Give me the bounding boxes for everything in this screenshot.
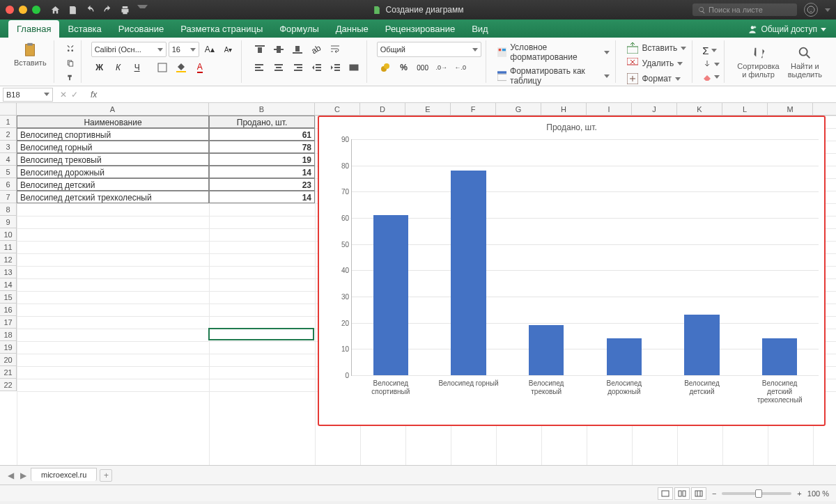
row-header[interactable]: 9 [0,216,16,228]
page-break-view-button[interactable] [691,487,706,500]
chart-bar[interactable] [373,215,408,375]
borders-button[interactable] [154,60,171,75]
decrease-indent-button[interactable] [308,60,325,75]
column-header[interactable]: L [722,103,768,115]
increase-font-button[interactable]: A▴ [201,42,218,57]
increase-indent-button[interactable] [327,60,343,75]
tab-formulas[interactable]: Формулы [271,20,327,38]
column-header[interactable]: H [541,103,587,115]
align-bottom-button[interactable] [289,42,306,57]
print-icon[interactable] [120,5,130,15]
row-header[interactable]: 6 [0,178,16,191]
tab-scroll-left[interactable]: ◀ [6,471,15,480]
row-header[interactable]: 2 [0,128,16,141]
tab-insert[interactable]: Вставка [59,20,109,38]
formula-input[interactable] [102,88,836,102]
align-center-button[interactable] [270,60,287,75]
cell[interactable]: 19 [209,153,315,166]
row-header[interactable]: 10 [0,228,16,241]
find-select-button[interactable]: Найти и выделить [785,45,825,79]
cell[interactable]: Велосипед трековый [17,153,209,166]
normal-view-button[interactable] [658,487,673,500]
align-top-button[interactable] [251,42,268,57]
comma-button[interactable]: 000 [415,60,431,75]
autosum-icon[interactable]: Σ [702,45,709,56]
zoom-in-button[interactable]: + [797,489,801,498]
column-header[interactable]: B [209,103,315,115]
chart-bar[interactable] [684,315,719,375]
row-header[interactable]: 18 [0,329,16,341]
share-button[interactable]: Общий доступ [748,24,836,38]
zoom-slider[interactable] [722,492,791,495]
zoom-out-button[interactable]: − [712,489,716,498]
row-header[interactable]: 22 [0,379,16,391]
format-cells-button[interactable]: Формат [626,72,688,85]
tab-draw[interactable]: Рисование [110,20,172,38]
cut-icon[interactable] [64,45,77,52]
row-header[interactable]: 13 [0,266,16,278]
tab-data[interactable]: Данные [327,20,377,38]
cell[interactable]: 78 [209,141,315,153]
search-in-sheet-input[interactable]: Поиск на листе [692,3,797,16]
chart-bar[interactable] [607,338,642,375]
chart-title[interactable]: Продано, шт. [319,117,824,135]
chart-plot-area[interactable]: 0102030405060708090Велосипед спортивныйВ… [351,139,819,376]
zoom-value[interactable]: 100 % [807,489,829,498]
chart-bar[interactable] [762,338,797,375]
cell[interactable]: Наименование [17,116,209,128]
row-header[interactable]: 1 [0,116,16,128]
column-header[interactable]: C [315,103,360,115]
column-header[interactable]: J [632,103,677,115]
column-header[interactable]: F [451,103,496,115]
font-name-select[interactable]: Calibri (Осн... [91,42,167,57]
cell[interactable]: Велосипед горный [17,141,209,153]
close-window-button[interactable] [6,6,14,14]
merge-cells-button[interactable] [346,60,362,75]
delete-cells-button[interactable]: Удалить [626,57,688,70]
qat-dropdown-icon[interactable] [137,5,148,15]
chart-object[interactable]: Продано, шт.0102030405060708090Велосипед… [318,116,826,426]
sort-filter-button[interactable]: Сортировка и фильтр [734,45,782,79]
row-header[interactable]: 5 [0,166,16,178]
align-left-button[interactable] [251,60,268,75]
undo-icon[interactable] [85,5,95,15]
column-header[interactable]: E [405,103,451,115]
user-dropdown-icon[interactable] [825,8,830,12]
maximize-window-button[interactable] [32,6,40,14]
percent-button[interactable]: % [396,60,412,75]
cell[interactable]: 61 [209,128,315,141]
cell[interactable]: 14 [209,191,315,203]
row-header[interactable]: 17 [0,316,16,329]
wrap-text-button[interactable] [327,42,343,57]
conditional-formatting-button[interactable]: Условное форматирование [496,42,612,63]
orientation-button[interactable]: ab [308,42,325,57]
tab-page-layout[interactable]: Разметка страницы [172,20,271,38]
row-header[interactable]: 20 [0,354,16,366]
row-header[interactable]: 8 [0,203,16,216]
page-layout-view-button[interactable] [674,487,690,500]
home-icon[interactable] [50,5,61,15]
cell[interactable]: Велосипед дорожный [17,166,209,178]
tab-scroll-right[interactable]: ▶ [18,471,28,480]
format-painter-icon[interactable] [64,74,77,81]
font-size-select[interactable]: 16 [169,42,199,57]
font-color-button[interactable]: A [192,60,208,75]
italic-button[interactable]: К [110,60,127,75]
row-header[interactable]: 7 [0,191,16,203]
cell[interactable]: Велосипед детский трехколесный [17,191,209,203]
row-header[interactable]: 15 [0,291,16,304]
row-header[interactable]: 19 [0,341,16,354]
confirm-formula-icon[interactable]: ✓ [71,90,78,100]
sheet-area[interactable]: ABCDEFGHIJKLM 12345678910111213141516171… [0,103,836,465]
fill-color-button[interactable] [173,60,189,75]
column-header[interactable]: A [17,103,209,115]
sheet-tab[interactable]: microexcel.ru [31,468,97,481]
cell[interactable]: Велосипед спортивный [17,128,209,141]
chart-bar[interactable] [451,171,486,375]
cell[interactable]: 14 [209,166,315,178]
chart-bar[interactable] [529,325,564,375]
column-header[interactable]: G [496,103,541,115]
redo-icon[interactable] [102,5,113,15]
row-header[interactable]: 14 [0,278,16,291]
grid-body[interactable]: НаименованиеПродано, шт.Велосипед спорти… [17,116,836,465]
